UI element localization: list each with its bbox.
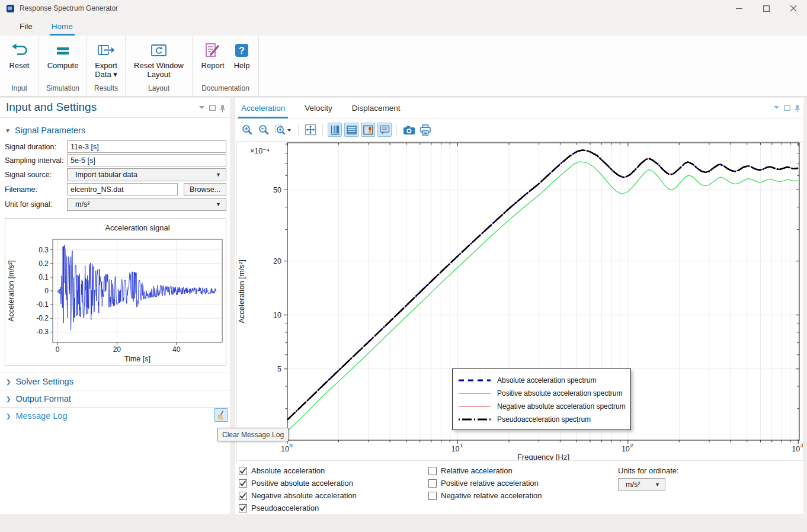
checkbox-unchecked[interactable] <box>428 467 437 475</box>
checkbox-label: Positive relative acceleration <box>441 479 539 488</box>
svg-text:-0.1: -0.1 <box>36 300 49 309</box>
svg-text:0: 0 <box>44 287 49 295</box>
checkbox-pseudoacceleration[interactable]: Pseudoacceleration <box>239 502 357 514</box>
ribbon-button-compute[interactable]: Compute <box>43 36 84 84</box>
ribbon-button-label: Help <box>234 61 250 70</box>
app-icon <box>7 5 14 12</box>
annotation-icon[interactable] <box>377 123 392 137</box>
checkbox-positive-absolute-acceleration[interactable]: Positive absolute acceleration <box>239 477 357 489</box>
section-message-log[interactable]: ❯Message Log <box>0 407 230 424</box>
svg-text:5: 5 <box>277 365 281 373</box>
checkbox-unchecked[interactable] <box>428 492 437 500</box>
checkbox-checked[interactable] <box>239 492 247 500</box>
field-label: Signal duration: <box>5 143 56 151</box>
square-icon[interactable] <box>784 105 790 113</box>
chevron-down-icon[interactable] <box>198 105 205 113</box>
toolbar-separator <box>396 124 397 136</box>
checkbox-absolute-acceleration[interactable]: Absolute acceleration <box>239 464 357 477</box>
select-signal-source-[interactable]: Import tabular data▼ <box>67 168 226 181</box>
tab-velocity[interactable]: Velocity <box>303 98 334 118</box>
chevron-right-icon: ❯ <box>6 413 11 419</box>
ribbon-button-report[interactable]: Report <box>197 36 229 84</box>
xgrid-icon[interactable] <box>328 123 342 137</box>
form-row: Signal duration:11e-3 [s] <box>0 140 230 153</box>
units-for-ordinate-select[interactable]: m/s²▼ <box>618 478 665 491</box>
ribbon-group-documentation: Report?HelpDocumentation <box>193 36 259 96</box>
field-label: Unit for signal: <box>5 200 52 209</box>
section-output-format[interactable]: ❯Output Format <box>0 390 230 407</box>
grid-icon[interactable] <box>344 123 358 137</box>
print-icon[interactable] <box>418 123 433 137</box>
square-icon[interactable] <box>209 105 216 113</box>
checkbox-relative-acceleration[interactable]: Relative acceleration <box>428 464 542 477</box>
legend-toggle-icon[interactable] <box>361 123 375 137</box>
svg-text:3: 3 <box>800 442 803 448</box>
title-bar: Response Spectrum Generator <box>0 0 807 17</box>
chevron-down-icon[interactable] <box>773 105 780 113</box>
section-solver-settings[interactable]: ❯Solver Settings <box>0 373 230 390</box>
svg-text:Frequency [Hz]: Frequency [Hz] <box>517 453 569 460</box>
ribbon-button-export[interactable]: Export Data ▾ <box>90 36 122 84</box>
section-label: Solver Settings <box>15 377 73 386</box>
camera-icon[interactable] <box>402 123 416 137</box>
svg-text:10: 10 <box>451 445 459 453</box>
svg-text:Acceleration [m/s²]: Acceleration [m/s²] <box>237 259 246 323</box>
spectrum-plot-canvas: 5102050100101102103×10⁻⁴Frequency [Hz]Ac… <box>236 141 803 461</box>
zoom-box-icon[interactable] <box>273 123 293 137</box>
ribbon-button-label: Reset <box>9 61 30 70</box>
svg-text:×10⁻⁴: ×10⁻⁴ <box>250 147 270 155</box>
tab-displacement[interactable]: Displacement <box>350 98 402 118</box>
ribbon-group-results: Export Data ▾Results <box>87 36 126 96</box>
ribbon-group-simulation: ComputeSimulation <box>39 36 87 96</box>
menu-file[interactable]: File <box>18 17 34 36</box>
pin-icon[interactable] <box>220 105 225 113</box>
svg-text:Acceleration signal: Acceleration signal <box>105 223 169 232</box>
input-signal-duration-[interactable]: 11e-3 [s] <box>67 140 226 153</box>
svg-text:10: 10 <box>273 311 281 319</box>
section-label: Output Format <box>15 394 71 403</box>
window-title: Response Spectrum Generator <box>20 4 118 12</box>
section-signal-parameters[interactable]: ▼Signal Parameters <box>5 126 85 135</box>
field-label: Signal source: <box>5 171 52 179</box>
checkbox-unchecked[interactable] <box>428 479 437 488</box>
menu-home[interactable]: Home <box>50 17 75 36</box>
checkbox-checked[interactable] <box>239 467 247 475</box>
svg-text:0.3: 0.3 <box>39 246 49 254</box>
select-unit-for-signal-[interactable]: m/s²▼ <box>67 198 226 211</box>
legend-label: Absolute acceleration spectrum <box>497 376 596 384</box>
clear-message-log-button[interactable] <box>214 408 228 422</box>
checkbox-checked[interactable] <box>239 504 247 512</box>
legend-item: Absolute acceleration spectrum <box>458 374 630 387</box>
minimize-button[interactable] <box>725 0 752 17</box>
svg-text:-0.2: -0.2 <box>36 314 49 322</box>
spectrum-checkbox-area: Absolute accelerationPositive absolute a… <box>235 461 803 514</box>
legend-item: Positive absolute acceleration spectrum <box>458 387 630 400</box>
section-label: Message Log <box>15 411 67 421</box>
browse-button[interactable]: Browse... <box>184 183 226 196</box>
ribbon-button-reset[interactable]: Reset <box>5 36 34 84</box>
legend-label: Negative absolute acceleration spectrum <box>497 402 626 411</box>
svg-text:0: 0 <box>56 345 60 354</box>
checkbox-negative-absolute-acceleration[interactable]: Negative absolute acceleration <box>239 489 357 502</box>
close-button[interactable] <box>780 0 807 17</box>
fit-view-icon[interactable] <box>303 123 318 137</box>
zoom-out-icon[interactable] <box>257 123 271 137</box>
form-row: Sampling interval:5e-5 [s] <box>0 154 230 166</box>
field-label: Sampling interval: <box>5 156 63 165</box>
reset-window-icon <box>150 41 168 59</box>
input-filename-[interactable]: elcentro_NS.dat <box>67 183 178 196</box>
legend-item: Negative absolute acceleration spectrum <box>458 400 630 413</box>
checkbox-positive-relative-acceleration[interactable]: Positive relative acceleration <box>428 477 542 489</box>
ribbon-button-reset-window[interactable]: Reset Window Layout <box>129 36 188 84</box>
ribbon: ResetInputComputeSimulationExport Data ▾… <box>0 36 807 97</box>
ribbon-button-label: Report <box>201 61 225 70</box>
tab-acceleration[interactable]: Acceleration <box>239 98 287 118</box>
tab-bar: AccelerationVelocityDisplacement <box>235 98 803 118</box>
checkbox-checked[interactable] <box>239 479 247 488</box>
ribbon-button-help[interactable]: ?Help <box>229 36 255 84</box>
zoom-in-icon[interactable] <box>240 123 254 137</box>
checkbox-negative-relative-acceleration[interactable]: Negative relative acceleration <box>428 489 542 502</box>
maximize-button[interactable] <box>752 0 780 17</box>
pin-icon[interactable] <box>795 105 800 113</box>
input-sampling-interval-[interactable]: 5e-5 [s] <box>67 154 226 166</box>
